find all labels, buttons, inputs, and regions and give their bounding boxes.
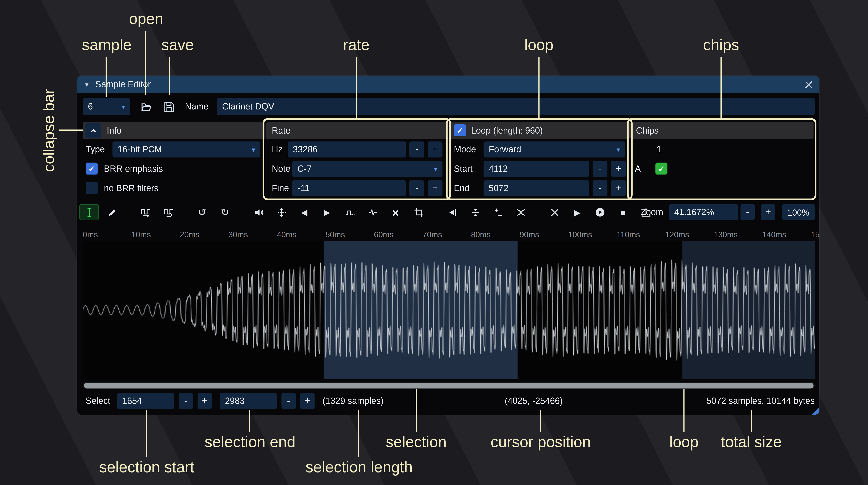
fine-label: Fine: [272, 180, 289, 196]
note-label: Note: [272, 161, 290, 177]
no-brr-filters-checkbox[interactable]: [86, 182, 98, 194]
fade-in-button[interactable]: ◀: [294, 204, 314, 220]
loop-mode-select[interactable]: Forward ▼: [484, 141, 625, 158]
annotation-selection-start: selection start: [90, 459, 204, 476]
folder-open-icon: [141, 101, 152, 112]
annotation-loop-bottom: loop: [627, 433, 741, 451]
apply-filter-button[interactable]: [545, 204, 564, 220]
sample-select[interactable]: 6 ▼: [83, 98, 130, 115]
selection-start-plus-button[interactable]: +: [197, 393, 212, 409]
selection-start-minus-button[interactable]: -: [179, 393, 193, 409]
delete-icon: ×: [392, 206, 399, 218]
fade-out-button[interactable]: ▶: [317, 204, 337, 220]
resize-grip[interactable]: [812, 407, 819, 415]
hz-minus-button[interactable]: -: [409, 141, 424, 158]
loop-start-plus-button[interactable]: +: [611, 161, 626, 177]
preview-in-song-button[interactable]: [590, 204, 610, 220]
collapse-bar-button[interactable]: [85, 123, 101, 138]
timeline-label: 90ms: [520, 228, 539, 240]
timeline-label: 40ms: [277, 228, 297, 240]
zoom-input[interactable]: 41.1672%: [669, 204, 738, 220]
info-section: Info Type 16-bit PCM ▼ ✓ BRR emphasis no…: [83, 121, 266, 198]
loop-start-input[interactable]: 4112: [484, 161, 589, 177]
zoom-out-button[interactable]: -: [740, 204, 755, 220]
window-collapse-icon[interactable]: ▼: [84, 82, 90, 88]
timeline-label: 0ms: [83, 228, 98, 240]
check-icon: ✓: [457, 126, 463, 134]
selection-start-input[interactable]: 1654: [117, 393, 174, 409]
insert-silence-icon: [345, 207, 355, 217]
sample-name-value: Clarinet DQV: [222, 101, 274, 112]
timeline-label: 130ms: [714, 228, 738, 240]
chevron-up-icon: [89, 126, 97, 135]
timeline-label: 150ms: [811, 228, 819, 240]
reverse-button[interactable]: [442, 204, 462, 220]
invert-button[interactable]: [465, 204, 485, 220]
loop-start-minus-button[interactable]: -: [593, 161, 608, 177]
titlebar[interactable]: ▼ Sample Editor: [77, 76, 819, 93]
type-select-value: 16-bit PCM: [118, 144, 162, 155]
close-button[interactable]: [805, 80, 812, 88]
sample-name-input[interactable]: Clarinet DQV: [217, 98, 815, 115]
zoom-label: Zoom: [641, 204, 663, 220]
crossfade-button[interactable]: [511, 204, 530, 220]
scrollbar-thumb[interactable]: [84, 383, 813, 388]
trim-button[interactable]: [409, 204, 428, 220]
resize-button[interactable]: [136, 204, 155, 220]
insert-silence-button[interactable]: [340, 204, 360, 220]
timeline-label: 20ms: [180, 228, 199, 240]
cursor-position-text: (4025, -25466): [505, 393, 563, 409]
annotation-total-size: total size: [694, 433, 808, 451]
loop-end-input[interactable]: 5072: [484, 180, 589, 196]
chip-number: 1: [656, 141, 661, 158]
loop-end-minus-button[interactable]: -: [593, 180, 608, 196]
delete-button[interactable]: ×: [386, 204, 405, 220]
loop-mode-label: Mode: [454, 141, 476, 158]
hz-input[interactable]: 33286: [288, 141, 406, 158]
normalize-button[interactable]: [272, 204, 291, 220]
redo-button[interactable]: ↻: [215, 204, 235, 220]
amplify-button[interactable]: [249, 204, 268, 220]
reverse-icon: [447, 207, 457, 217]
fine-input[interactable]: -11: [292, 180, 406, 196]
timeline-label: 30ms: [228, 228, 248, 240]
loop-end-plus-button[interactable]: +: [611, 180, 626, 196]
pencil-icon: [107, 207, 117, 217]
zoom-in-button[interactable]: +: [761, 204, 775, 220]
stop-preview-button[interactable]: ■: [613, 204, 632, 220]
timeline-label: 80ms: [471, 228, 491, 240]
rate-header-bar: Rate: [266, 122, 448, 139]
chip-a-checkbox[interactable]: ✓: [655, 163, 667, 174]
type-select[interactable]: 16-bit PCM ▼: [113, 141, 260, 158]
chip-row-label: A: [635, 161, 641, 177]
selection-end-plus-button[interactable]: +: [300, 393, 315, 409]
loop-end-value: 5072: [489, 183, 508, 193]
redo-icon: ↻: [221, 207, 229, 217]
selection-end-input[interactable]: 2983: [220, 393, 277, 409]
play-circle-icon: [595, 207, 605, 217]
resample-button[interactable]: [159, 204, 178, 220]
undo-button[interactable]: ↺: [192, 204, 212, 220]
rate-section: Rate Hz 33286 - + Note C-7 ▼ Fine -11 - …: [266, 121, 448, 198]
edit-mode-draw-button[interactable]: [102, 204, 122, 220]
sample-select-value: 6: [88, 101, 93, 112]
apply-silence-button[interactable]: [363, 204, 383, 220]
hz-plus-button[interactable]: +: [428, 141, 442, 158]
loop-enable-checkbox[interactable]: ✓: [454, 124, 466, 136]
waveform-scrollbar[interactable]: [83, 382, 815, 389]
preview-sample-button[interactable]: ▶: [567, 204, 587, 220]
open-sample-button[interactable]: [138, 98, 155, 115]
waveform-editor[interactable]: [83, 241, 815, 379]
hz-value: 33286: [293, 144, 317, 155]
save-sample-button[interactable]: [160, 98, 178, 115]
brr-emphasis-checkbox[interactable]: ✓: [86, 163, 98, 174]
fine-minus-button[interactable]: -: [409, 180, 424, 196]
edit-mode-select-button[interactable]: [79, 204, 99, 220]
fine-plus-button[interactable]: +: [428, 180, 442, 196]
zoom-reset-button[interactable]: 100%: [782, 204, 815, 220]
sign-invert-button[interactable]: [488, 204, 507, 220]
trim-icon: [414, 207, 424, 217]
timeline-ruler: 0ms10ms20ms30ms40ms50ms60ms70ms80ms90ms1…: [77, 228, 819, 240]
note-select[interactable]: C-7 ▼: [292, 161, 442, 177]
selection-end-minus-button[interactable]: -: [281, 393, 296, 409]
